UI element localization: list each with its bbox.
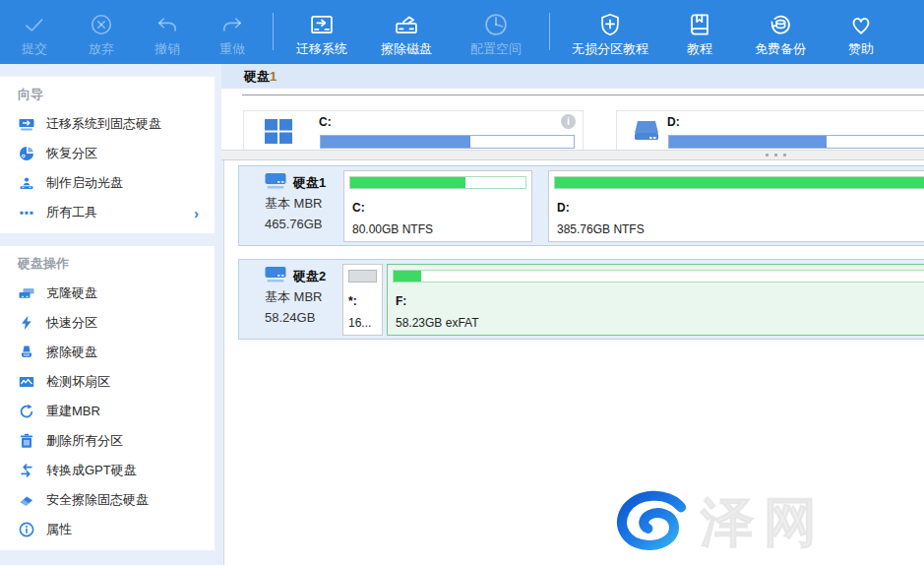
- shield-plus-icon: [596, 10, 624, 39]
- sidebar-section-title: 向导: [0, 77, 215, 109]
- drive-icon: [633, 118, 660, 148]
- migrate-ssd-icon: [18, 116, 35, 132]
- toolbar-button-label: 迁移系统: [296, 40, 347, 58]
- heart-icon: [847, 10, 875, 39]
- windows-logo-icon: [264, 118, 293, 149]
- splitter-grip-icon: [766, 154, 786, 157]
- partition-*[interactable]: *: 16...: [342, 264, 383, 336]
- sidebar-item-all-tools[interactable]: 所有工具 ›: [0, 198, 215, 227]
- disk-info-cell[interactable]: 硬盘2 基本 MBR 58.24GB: [239, 260, 341, 339]
- disk-info-cell[interactable]: 硬盘1 基本 MBR 465.76GB: [239, 166, 341, 245]
- sidebar-item-rebuild-mbr[interactable]: 重建MBR: [0, 397, 215, 426]
- trash-icon: [18, 433, 35, 449]
- sidebar-item-convert-to-gpt[interactable]: 转换成GPT硬盘: [0, 456, 215, 485]
- sidebar-item-label: 属性: [46, 521, 72, 538]
- sidebar-item-label: 恢复分区: [46, 145, 97, 162]
- migrate-system-icon: [308, 10, 336, 39]
- book-icon: [686, 10, 713, 39]
- erase-media-icon: [393, 10, 420, 39]
- partition-f[interactable]: F: 58.23GB exFAT: [387, 264, 924, 336]
- check-icon: [22, 10, 47, 39]
- sidebar-section-title: 硬盘操作: [0, 246, 215, 279]
- backup-icon: [767, 10, 794, 39]
- disk-map-panel: 硬盘2 基本 MBR 58.24GB *: 16... F: 58.23GB e…: [223, 160, 924, 565]
- panel-splitter[interactable]: [221, 150, 924, 160]
- tab-disk1[interactable]: 硬盘1: [221, 68, 277, 86]
- toolbar-button-erase-disk[interactable]: 擦除磁盘: [363, 0, 450, 64]
- disk-type: 基本 MBR: [265, 193, 341, 214]
- toolbar-button-label: 无损分区教程: [572, 40, 648, 58]
- partition-info: 385.76GB NTFS: [557, 222, 645, 236]
- volume-usage-fill: [321, 136, 470, 148]
- toolbar-button-label: 重做: [219, 40, 245, 58]
- partition-info: 80.00GB NTFS: [352, 222, 433, 236]
- toolbar-button-redo[interactable]: 重做: [199, 0, 266, 64]
- toolbar-button-free-backup[interactable]: 免费备份: [736, 0, 825, 64]
- secure-erase-icon: [18, 492, 35, 508]
- disk-row: 硬盘1 基本 MBR 465.76GB C: 80.00GB NTFS D: 3…: [238, 165, 924, 246]
- toolbar-button-configure-space[interactable]: 配置空间: [450, 0, 542, 64]
- sidebar-item-quick-partition[interactable]: 快速分区: [0, 308, 215, 338]
- boot-disc-icon: [18, 175, 35, 191]
- toolbar: 提交 放弃 撤销 重做 迁移系统 擦除磁盘 配置空间 无损分区教程 教程 免费备…: [0, 0, 924, 64]
- disk-name: 硬盘2: [293, 268, 326, 285]
- sidebar-item-properties[interactable]: 属性: [0, 515, 215, 544]
- toolbar-button-partition-tutorial[interactable]: 无损分区教程: [557, 0, 663, 64]
- sidebar-item-label: 快速分区: [46, 314, 97, 332]
- disk-icon: [265, 266, 286, 287]
- volume-card-d[interactable]: D:: [616, 110, 924, 150]
- sidebar-item-make-boot-disc[interactable]: 制作启动光盘: [0, 168, 215, 198]
- toolbar-button-label: 赞助: [848, 40, 874, 58]
- partition-usage-bar: [554, 176, 924, 189]
- partition-c[interactable]: C: 80.00GB NTFS: [343, 170, 532, 242]
- sidebar-section: 向导 迁移系统到固态硬盘 恢复分区 制作启动光盘 所有工具 ›: [0, 77, 215, 233]
- partition-label: *:: [348, 294, 357, 308]
- partition-usage-fill: [349, 271, 376, 282]
- volume-card-c[interactable]: C: i: [243, 110, 584, 150]
- sidebar-section: 硬盘操作 克隆硬盘 快速分区 擦除硬盘 检测坏扇区 重建MBR 删除所有分区 转…: [0, 246, 215, 550]
- sidebar-item-recover-partition[interactable]: 恢复分区: [0, 139, 215, 168]
- toolbar-button-label: 提交: [22, 40, 47, 58]
- disk-size: 58.24GB: [265, 307, 341, 328]
- discard-icon: [89, 10, 114, 39]
- toolbar-button-undo[interactable]: 撤销: [136, 0, 199, 64]
- partition-usage-fill: [555, 177, 924, 188]
- volume-usage-bar: [668, 135, 924, 149]
- sidebar-item-migrate-os-to-ssd[interactable]: 迁移系统到固态硬盘: [0, 109, 215, 139]
- partition-label: F:: [396, 294, 406, 308]
- toolbar-button-discard[interactable]: 放弃: [67, 0, 136, 64]
- sidebar-item-delete-all-partitions[interactable]: 删除所有分区: [0, 426, 215, 456]
- rebuild-mbr-icon: [18, 404, 35, 419]
- volume-overview-panel: C: i D:: [221, 89, 924, 150]
- partition-d[interactable]: D: 385.76GB NTFS: [548, 170, 924, 242]
- toolbar-button-migrate-system[interactable]: 迁移系统: [280, 0, 363, 64]
- toolbar-button-label: 放弃: [89, 40, 114, 58]
- toolbar-button-sponsor[interactable]: 赞助: [825, 0, 897, 64]
- info-icon[interactable]: i: [561, 114, 576, 129]
- sidebar-item-label: 删除所有分区: [46, 432, 123, 450]
- sidebar-item-check-bad-sectors[interactable]: 检测坏扇区: [0, 367, 215, 397]
- tab-label: 硬盘: [244, 69, 270, 84]
- volume-usage-bar: [320, 135, 575, 149]
- tab-number: 1: [270, 69, 277, 84]
- partition-label: C:: [352, 201, 365, 215]
- disk-name: 硬盘1: [293, 174, 326, 192]
- sidebar: 向导 迁移系统到固态硬盘 恢复分区 制作启动光盘 所有工具 › 硬盘操作 克隆硬…: [0, 77, 215, 550]
- main-area: 硬盘1 C: i D:: [221, 64, 924, 565]
- sidebar-item-erase-drive[interactable]: 擦除硬盘: [0, 338, 215, 367]
- sidebar-item-clone-disk[interactable]: 克隆硬盘: [0, 279, 215, 308]
- watermark-logo-icon: [614, 489, 691, 558]
- toolbar-button-tutorial[interactable]: 教程: [663, 0, 736, 64]
- partition-info: 16...: [348, 316, 371, 330]
- chevron-right-icon: ›: [194, 205, 199, 221]
- toolbar-separator: [549, 13, 550, 50]
- partition-usage-bar: [348, 270, 377, 282]
- toolbar-button-submit[interactable]: 提交: [2, 0, 67, 64]
- toolbar-button-label: 擦除磁盘: [381, 40, 432, 58]
- disk-tab-strip: 硬盘1: [221, 64, 924, 89]
- disk-icon: [265, 172, 286, 194]
- volume-label: D:: [667, 115, 680, 129]
- undo-icon: [154, 10, 180, 39]
- sidebar-item-secure-erase-ssd[interactable]: 安全擦除固态硬盘: [0, 485, 215, 515]
- volume-usage-fill: [669, 136, 827, 148]
